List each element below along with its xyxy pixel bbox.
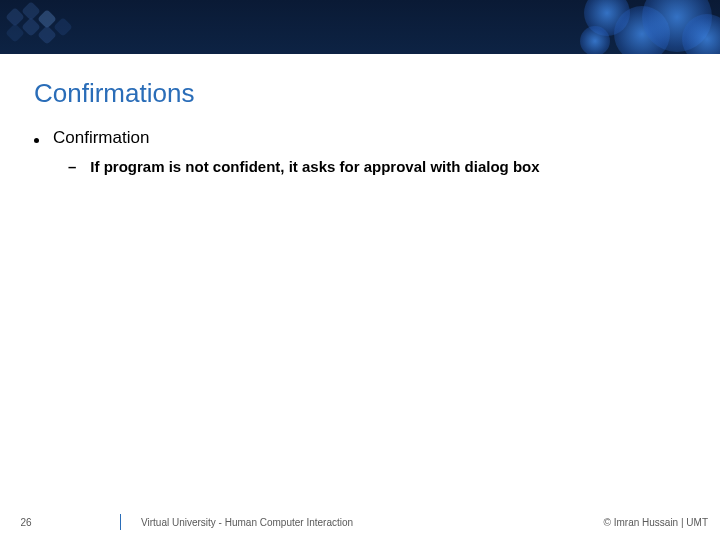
- bullet-level-2: – If program is not confident, it asks f…: [68, 158, 686, 175]
- sub-bullet-text: If program is not confident, it asks for…: [90, 158, 539, 175]
- footer-right-text: © Imran Hussain | UMT: [604, 517, 720, 528]
- bullet-level-1: Confirmation: [34, 128, 686, 148]
- page-number: 26: [0, 517, 52, 528]
- header-band: [0, 0, 720, 54]
- bullet-dash-icon: –: [68, 158, 76, 175]
- bullet-dot-icon: [34, 138, 39, 143]
- footer-center-text: Virtual University - Human Computer Inte…: [141, 517, 353, 528]
- slide: Confirmations Confirmation – If program …: [0, 0, 720, 540]
- footer-divider: [120, 514, 121, 530]
- slide-title: Confirmations: [34, 78, 194, 109]
- bokeh-icon: [560, 0, 720, 54]
- footer: 26 Virtual University - Human Computer I…: [0, 504, 720, 540]
- content-area: Confirmation – If program is not confide…: [34, 128, 686, 175]
- bullet-text: Confirmation: [53, 128, 149, 148]
